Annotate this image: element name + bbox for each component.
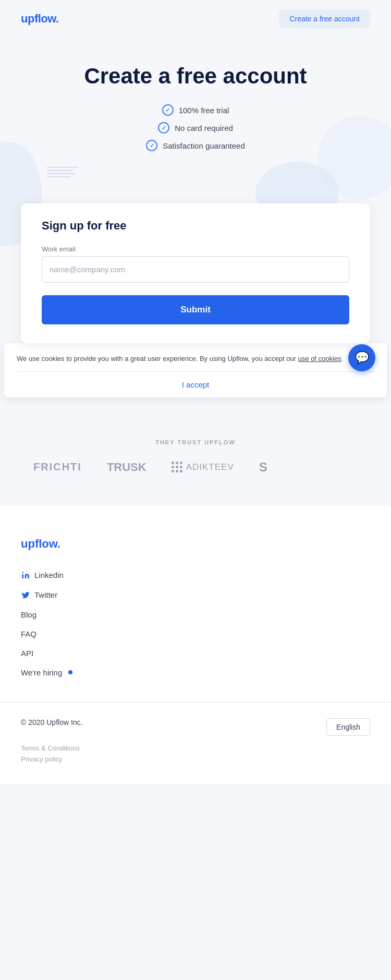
signup-card: Sign up for free Work email Submit (21, 203, 370, 343)
main-content: Create a free account 100% free trial No… (0, 38, 391, 397)
blog-label: Blog (21, 610, 36, 619)
brand-trusk: trusk (94, 461, 159, 474)
page-title: Create a free account (21, 64, 370, 89)
cookie-text: We use cookies to provide you with a gre… (17, 354, 374, 364)
dot-1 (172, 462, 174, 464)
hiring-label: We're hiring (21, 668, 62, 677)
dot-6 (180, 466, 182, 468)
logo: upflow. (21, 12, 59, 26)
cookie-text-content: We use cookies to provide you with a gre… (17, 355, 298, 362)
feature-text-3: Satisfaction guaranteed (163, 141, 245, 150)
footer-bottom: © 2020 Upflow Inc. English Terms & Condi… (0, 702, 391, 784)
check-icon-2 (158, 122, 169, 134)
copyright: © 2020 Upflow Inc. (21, 718, 83, 727)
nav-twitter[interactable]: Twitter (21, 586, 370, 604)
bg-line-4 (47, 176, 70, 177)
feature-text-2: No card required (175, 124, 233, 132)
trust-label: THEY TRUST UPFLOW (21, 439, 370, 445)
footer-nav: Linkedin Twitter Blog FAQ API We're hiri… (21, 566, 370, 681)
dot-8 (176, 470, 178, 473)
features-list: 100% free trial No card required Satisfa… (21, 104, 370, 151)
dot-3 (180, 462, 182, 464)
submit-button[interactable]: Submit (42, 295, 349, 324)
email-form-group: Work email (42, 245, 349, 283)
bg-line-1 (47, 167, 78, 168)
linkedin-icon (21, 571, 30, 580)
check-icon-3 (146, 140, 157, 151)
api-label: API (21, 649, 33, 658)
faq-label: FAQ (21, 630, 36, 638)
nav-faq[interactable]: FAQ (21, 625, 370, 643)
feature-item-2: No card required (158, 122, 233, 134)
dot-7 (172, 470, 174, 473)
bg-line-2 (47, 170, 73, 171)
footer-logo-dot: . (57, 537, 60, 550)
check-icon-1 (162, 104, 174, 116)
dot-5 (176, 466, 178, 468)
cookie-banner: We use cookies to provide you with a gre… (4, 343, 387, 397)
header: upflow. Create a free account (0, 0, 391, 38)
footer-logo: upflow. (21, 537, 370, 551)
trust-section: THEY TRUST UPFLOW FRICHTI trusk adikteev… (0, 397, 391, 506)
nav-hiring[interactable]: We're hiring (21, 664, 370, 681)
cookie-link[interactable]: use of cookies (298, 355, 341, 362)
logos-row: FRICHTI trusk adikteev S (21, 460, 370, 475)
signup-title: Sign up for free (42, 219, 349, 233)
email-input[interactable] (42, 256, 349, 283)
logo-text: upflow (21, 12, 56, 25)
bg-decoration (21, 162, 370, 193)
terms-link[interactable]: Terms & Conditions (21, 744, 370, 752)
hiring-dot (68, 670, 72, 674)
logo-dot: . (56, 12, 59, 25)
brand-partial: S (247, 460, 281, 475)
dot-4 (172, 466, 174, 468)
adikteev-dots (172, 462, 183, 473)
feature-item-1: 100% free trial (162, 104, 229, 116)
linkedin-label: Linkedin (34, 571, 64, 579)
brand-frichti: FRICHTI (21, 461, 94, 473)
nav-linkedin[interactable]: Linkedin (21, 566, 370, 584)
dot-9 (180, 470, 182, 473)
svg-point-0 (22, 572, 23, 573)
feature-text-1: 100% free trial (179, 106, 229, 115)
footer-main: upflow. Linkedin Twitter Blog (0, 506, 391, 702)
header-cta-button[interactable]: Create a free account (279, 9, 370, 28)
footer-links: Terms & Conditions Privacy policy (21, 744, 370, 763)
cookie-suffix: . (341, 355, 344, 362)
bg-lines (47, 167, 78, 177)
nav-api[interactable]: API (21, 645, 370, 662)
cookie-accept-button[interactable]: I accept (17, 371, 374, 397)
bg-line-3 (47, 173, 76, 174)
twitter-icon (21, 590, 30, 600)
footer-logo-text: upflow (21, 537, 57, 550)
hero-section: Create a free account 100% free trial No… (0, 38, 391, 203)
language-button[interactable]: English (326, 718, 370, 736)
chat-button[interactable]: 💬 (348, 344, 375, 371)
privacy-link[interactable]: Privacy policy (21, 755, 370, 763)
twitter-label: Twitter (34, 590, 57, 599)
email-label: Work email (42, 245, 349, 253)
brand-adikteev: adikteev (159, 462, 247, 473)
adikteev-text: adikteev (186, 462, 234, 473)
feature-item-3: Satisfaction guaranteed (146, 140, 245, 151)
footer-bottom-row: © 2020 Upflow Inc. English (21, 718, 370, 736)
dot-2 (176, 462, 178, 464)
nav-blog[interactable]: Blog (21, 606, 370, 623)
chat-icon: 💬 (355, 351, 369, 365)
